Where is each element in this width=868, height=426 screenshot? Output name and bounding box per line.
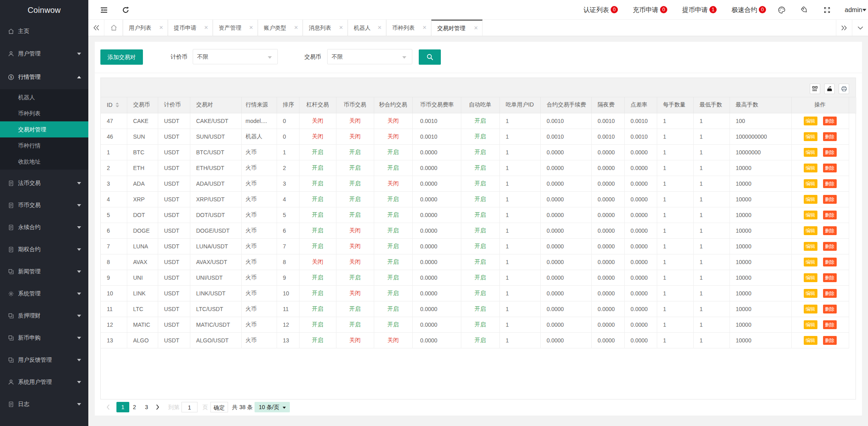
svg-text:$: $ <box>10 75 12 79</box>
